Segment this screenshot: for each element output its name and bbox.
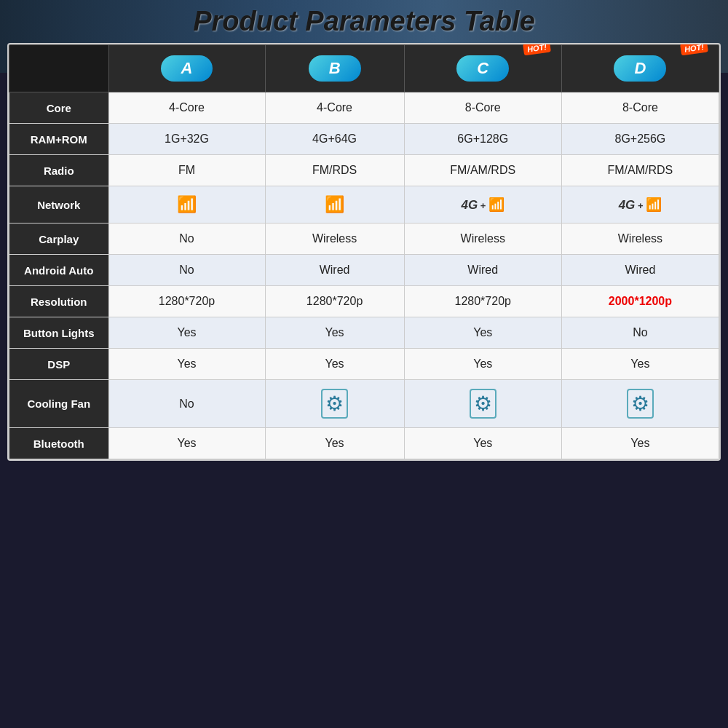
- network-4g-icon: 4G: [619, 198, 636, 212]
- cell-8-0: Yes: [108, 349, 265, 380]
- row-label-1: RAM+ROM: [9, 124, 109, 155]
- wifi-icon: 📶: [325, 195, 344, 213]
- cell-4-1: Wireless: [265, 223, 404, 255]
- wifi-icon: 📶: [177, 195, 197, 213]
- cell-1-0: 1G+32G: [108, 124, 265, 155]
- wifi-icon: 📶: [488, 197, 505, 212]
- cell-0-3: 8-Core: [561, 92, 719, 124]
- page-title: Product Parameters Table: [193, 6, 535, 37]
- cell-8-3: Yes: [561, 349, 719, 380]
- cell-2-1: FM/RDS: [265, 155, 404, 186]
- cell-4-0: No: [108, 223, 265, 255]
- cell-10-2: Yes: [404, 428, 561, 459]
- cell-9-2: ⚙: [404, 380, 561, 428]
- model-a-wrapper: A: [113, 55, 261, 82]
- table-body: Core4-Core4-Core8-Core8-CoreRAM+ROM1G+32…: [9, 92, 719, 459]
- cell-7-2: Yes: [404, 317, 561, 349]
- cell-0-1: 4-Core: [265, 92, 404, 124]
- cell-10-0: Yes: [108, 428, 265, 459]
- row-label-2: Radio: [9, 155, 109, 186]
- cell-2-2: FM/AM/RDS: [404, 155, 561, 186]
- table-row: RadioFMFM/RDSFM/AM/RDSFM/AM/RDS: [9, 155, 719, 186]
- cell-10-3: Yes: [561, 428, 719, 459]
- label-header: [9, 45, 109, 92]
- cell-2-0: FM: [108, 155, 265, 186]
- cell-4-3: Wireless: [561, 223, 719, 255]
- resolution-highlight: 2000*1200p: [609, 295, 672, 307]
- cell-7-0: Yes: [108, 317, 265, 349]
- cell-3-2: 4G + 📶: [404, 186, 561, 223]
- cell-0-2: 8-Core: [404, 92, 561, 124]
- cell-9-0: No: [108, 380, 265, 428]
- cell-7-1: Yes: [265, 317, 404, 349]
- table-row: CarplayNoWirelessWirelessWireless: [9, 223, 719, 255]
- product-table: A B HOT! C: [9, 44, 719, 459]
- table-row: RAM+ROM1G+32G4G+64G6G+128G8G+256G: [9, 124, 719, 155]
- fan-icon: ⚙: [470, 389, 496, 419]
- cell-5-2: Wired: [404, 255, 561, 286]
- cell-3-0: 📶: [108, 186, 265, 223]
- row-label-7: Button Lights: [9, 317, 109, 349]
- cell-5-3: Wired: [561, 255, 719, 286]
- model-b-header: B: [265, 45, 404, 92]
- cell-3-1: 📶: [265, 186, 404, 223]
- row-label-10: Bluetooth: [9, 428, 109, 459]
- cell-0-0: 4-Core: [108, 92, 265, 124]
- table-row: Core4-Core4-Core8-Core8-Core: [9, 92, 719, 124]
- cell-6-2: 1280*720p: [404, 286, 561, 317]
- model-b-wrapper: B: [269, 55, 400, 82]
- cell-8-2: Yes: [404, 349, 561, 380]
- table-row: Android AutoNoWiredWiredWired: [9, 255, 719, 286]
- model-b-badge: B: [309, 55, 361, 82]
- cell-2-3: FM/AM/RDS: [561, 155, 719, 186]
- model-c-badge: C: [456, 55, 509, 82]
- table-row: DSPYesYesYesYes: [9, 349, 719, 380]
- table-row: BluetoothYesYesYesYes: [9, 428, 719, 459]
- cell-7-3: No: [561, 317, 719, 349]
- cell-8-1: Yes: [265, 349, 404, 380]
- model-d-wrapper: HOT! D: [566, 55, 715, 82]
- wifi-icon: 📶: [646, 197, 662, 212]
- row-label-9: Cooling Fan: [9, 380, 109, 428]
- cell-9-3: ⚙: [561, 380, 719, 428]
- model-d-header: HOT! D: [561, 45, 719, 92]
- row-label-8: DSP: [9, 349, 109, 380]
- header-row: A B HOT! C: [9, 45, 719, 92]
- cell-4-2: Wireless: [404, 223, 561, 255]
- cell-5-1: Wired: [265, 255, 404, 286]
- model-a-header: A: [108, 45, 265, 92]
- product-table-wrapper: A B HOT! C: [7, 43, 721, 461]
- row-label-0: Core: [9, 92, 109, 124]
- page-container: Product Parameters Table A B: [0, 0, 728, 728]
- network-4g-icon: 4G: [461, 198, 478, 212]
- table-row: Cooling FanNo⚙⚙⚙: [9, 380, 719, 428]
- cell-10-1: Yes: [265, 428, 404, 459]
- row-label-4: Carplay: [9, 223, 109, 255]
- cell-1-1: 4G+64G: [265, 124, 404, 155]
- fan-icon: ⚙: [627, 389, 654, 419]
- table-row: Resolution1280*720p1280*720p1280*720p200…: [9, 286, 719, 317]
- model-c-wrapper: HOT! C: [408, 55, 558, 82]
- row-label-6: Resolution: [9, 286, 109, 317]
- cell-5-0: No: [108, 255, 265, 286]
- hot-tag-d: HOT!: [680, 43, 708, 55]
- cell-3-3: 4G + 📶: [561, 186, 719, 223]
- table-row: Button LightsYesYesYesNo: [9, 317, 719, 349]
- cell-6-0: 1280*720p: [108, 286, 265, 317]
- cell-1-2: 6G+128G: [404, 124, 561, 155]
- model-d-badge: D: [614, 55, 666, 82]
- cell-6-3: 2000*1200p: [561, 286, 719, 317]
- row-label-5: Android Auto: [9, 255, 109, 286]
- cell-9-1: ⚙: [265, 380, 404, 428]
- cell-6-1: 1280*720p: [265, 286, 404, 317]
- cell-1-3: 8G+256G: [561, 124, 719, 155]
- model-a-badge: A: [161, 55, 213, 82]
- fan-icon: ⚙: [321, 389, 348, 419]
- table-row: Network📶📶4G + 📶4G + 📶: [9, 186, 719, 223]
- row-label-3: Network: [9, 186, 109, 223]
- hot-tag-c: HOT!: [523, 43, 551, 55]
- model-c-header: HOT! C: [404, 45, 561, 92]
